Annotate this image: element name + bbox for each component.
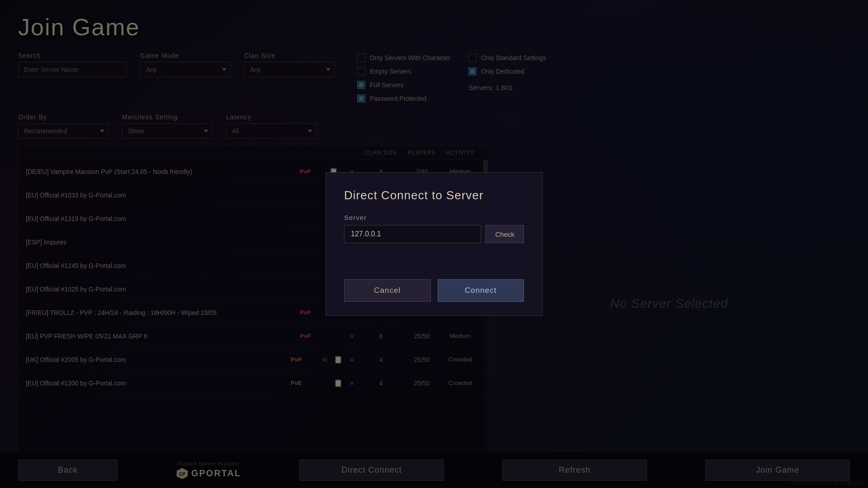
modal-server-input[interactable]: [344, 225, 481, 243]
modal-buttons: Cancel Connect: [344, 279, 524, 302]
modal-connect-button[interactable]: Connect: [438, 279, 524, 302]
modal-server-label: Server: [344, 214, 524, 221]
modal-title: Direct Connect to Server: [344, 188, 524, 202]
modal-check-button[interactable]: Check: [486, 225, 524, 243]
modal-cancel-button[interactable]: Cancel: [344, 279, 431, 302]
modal-input-row: Check: [344, 225, 524, 243]
modal-overlay: Direct Connect to Server Server Check Ca…: [0, 0, 868, 488]
modal-dialog: Direct Connect to Server Server Check Ca…: [326, 172, 542, 316]
